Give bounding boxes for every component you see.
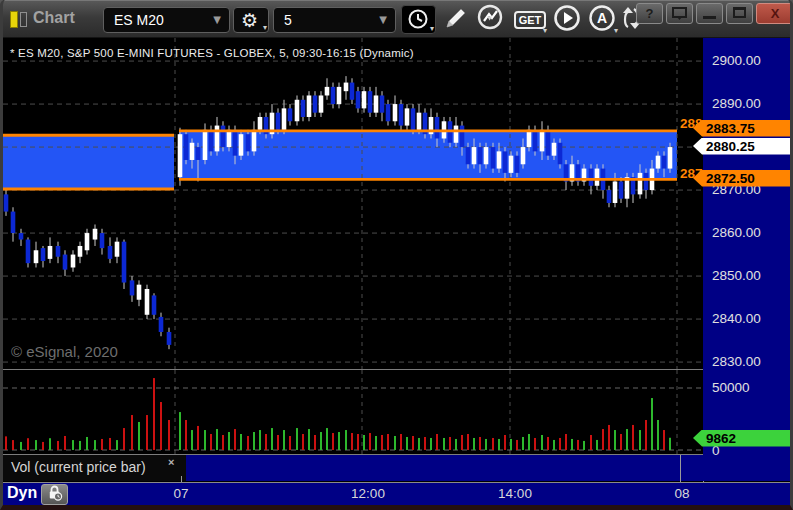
volume-bar [168, 420, 170, 450]
volume-bar [64, 436, 66, 450]
volume-bar [492, 438, 494, 450]
volume-bar [559, 438, 561, 450]
symbol-dropdown[interactable]: ES M20 ▼ [103, 7, 230, 33]
candle-body [331, 87, 336, 104]
close-study-icon[interactable]: × [168, 457, 174, 468]
get-data-button[interactable]: GET ▾ [512, 5, 548, 35]
candle-body [350, 83, 355, 100]
candle-body [662, 156, 667, 169]
volume-bar [197, 426, 199, 450]
candle-body [399, 104, 404, 126]
volume-bar [412, 436, 414, 450]
candle-body [85, 233, 90, 250]
candle-body [239, 134, 244, 156]
svg-text:A: A [596, 10, 606, 26]
volume-bar [296, 428, 298, 450]
candle-body [558, 143, 563, 165]
candle-body [368, 91, 373, 113]
price-axis[interactable]: 2900.002890.002870.002860.002850.002840.… [703, 38, 790, 481]
candle-body [344, 83, 349, 92]
candle-body [145, 289, 150, 315]
volume-bar [620, 434, 622, 450]
price-chart-pane[interactable] [3, 38, 703, 369]
volume-bar [596, 440, 598, 450]
candle-body [533, 130, 538, 152]
candle-body [313, 95, 318, 112]
candle-body [503, 151, 508, 173]
volume-bar [485, 439, 487, 450]
axis-price-label: 2900.00 [712, 53, 761, 69]
volume-bar [461, 435, 463, 450]
candle-body [227, 130, 232, 147]
time-template-button[interactable]: ▾ [401, 5, 436, 34]
volume-chart-pane[interactable] [3, 370, 703, 454]
play-button[interactable] [551, 5, 583, 35]
volume-bar [247, 436, 249, 450]
volume-bar [57, 441, 59, 450]
volume-bar [351, 433, 353, 450]
esignal-watermark: © eSignal, 2020 [11, 343, 118, 360]
close-button[interactable]: X [756, 3, 793, 24]
maximize-icon [733, 7, 746, 18]
candle-body [405, 108, 410, 125]
volume-study-label[interactable]: Vol (current price bar) × [3, 455, 186, 481]
letter-a-icon: A [588, 4, 617, 37]
symbol-settings-button[interactable]: ⚙ ▾ [233, 7, 269, 33]
axis-price-label: 2850.00 [712, 268, 761, 284]
candle-body [552, 143, 557, 156]
volume-bar [516, 440, 518, 450]
volume-bar [49, 438, 51, 450]
minimize-button[interactable] [696, 3, 723, 24]
lock-timeframe-button[interactable] [41, 484, 68, 505]
volume-bar [394, 436, 396, 450]
candle-body [301, 100, 306, 117]
popout-button[interactable] [666, 3, 693, 24]
candle-body [337, 87, 342, 104]
candle-body [258, 117, 263, 130]
time-label: 14:00 [498, 486, 532, 501]
interval-dropdown[interactable]: 5 ▼ [273, 7, 396, 33]
volume-bar [27, 438, 29, 450]
chart-main-area: * ES M20, S&P 500 E-MINI FUTURES - GLOBE… [3, 38, 790, 505]
volume-bar [406, 437, 408, 450]
play-icon [553, 4, 581, 36]
price-tag: 2880.25 [693, 138, 790, 155]
volume-bar [626, 429, 628, 450]
candle-body [607, 190, 612, 203]
volume-bar [72, 440, 74, 450]
candle-body [478, 147, 483, 164]
candle-body [63, 255, 68, 270]
help-button[interactable]: ? [636, 3, 663, 24]
candle-body [521, 147, 526, 164]
chevron-down-icon: ▾ [430, 25, 434, 33]
chevron-down-icon: ▼ [213, 8, 221, 32]
line-study-button[interactable] [474, 5, 508, 35]
minimize-icon [703, 16, 716, 19]
volume-bar [583, 441, 585, 450]
volume-bar [160, 402, 162, 450]
volume-bar [326, 428, 328, 450]
volume-bar [553, 440, 555, 450]
volume-bar [479, 437, 481, 450]
volume-bar [123, 428, 125, 450]
alert-button[interactable]: A ▾ [585, 5, 619, 35]
candle-body [190, 143, 195, 160]
volume-bar [94, 440, 96, 450]
candle-body [374, 95, 379, 112]
interval-value: 5 [284, 12, 292, 28]
volume-bar [289, 436, 291, 450]
candle-body [122, 242, 127, 283]
volume-bar [639, 430, 641, 450]
candle-body [184, 134, 189, 160]
volume-bar [436, 434, 438, 450]
draw-tool-button[interactable] [440, 5, 470, 35]
candle-body [540, 130, 545, 152]
time-tick [680, 455, 681, 482]
pane-divider[interactable] [3, 369, 704, 370]
candle-body [619, 181, 624, 198]
volume-bar [234, 429, 236, 450]
volume-bar [528, 434, 530, 450]
time-axis[interactable]: Dyn 0712:0014:0008 [3, 482, 790, 505]
volume-bar [308, 429, 310, 450]
maximize-button[interactable] [726, 3, 753, 24]
